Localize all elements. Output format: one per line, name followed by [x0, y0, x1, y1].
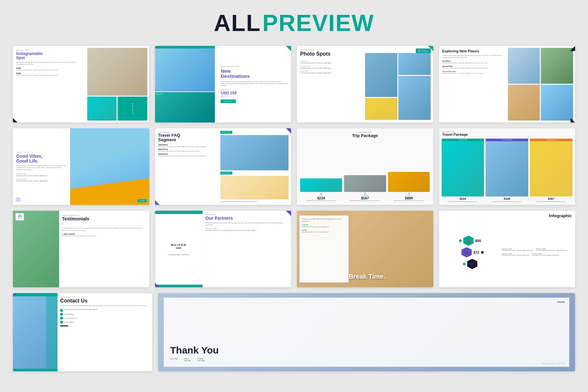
s13-addr: Berry Street Avenue No.80 New York City … [64, 309, 98, 311]
s8-pd1: Entrepreneurial activities differ substa… [442, 201, 484, 202]
dot2 [481, 251, 484, 254]
s12-sv4: Lorem ipsum dolor sit amet, consectetur … [532, 255, 559, 256]
s3-img2 [365, 98, 397, 120]
s2-btn[interactable]: LEARN MORE [221, 100, 236, 103]
corner-tr-icon [570, 46, 575, 51]
s12-sv2: Lorem ipsum dolor sit amet, consectetur … [536, 250, 568, 251]
slide-exploring[interactable]: Exploring New Places Entrepreneurial act… [439, 46, 575, 122]
s2-price: USD 159 [221, 91, 288, 95]
corner-tr-icon [286, 46, 291, 51]
dot1 [459, 239, 462, 242]
s13-img [13, 296, 58, 369]
contact-teal-top [13, 293, 58, 296]
s4-img1 [508, 48, 540, 84]
corner-tr-icon [286, 128, 291, 133]
s8-ph2: SECOND PACKAGE [486, 139, 528, 141]
s4-fd: Lorem ipsum dolor sit amet, consectetur … [442, 62, 507, 64]
corner-tr-icon [286, 211, 291, 216]
s10-p1s: GNC [171, 247, 186, 249]
hex1: 🚗 [463, 236, 474, 246]
s7-img1 [300, 178, 342, 192]
s6-badge1: QUESTION 04 [220, 131, 232, 134]
slide-grid-row4: TRAVEL AGENCY Contact Us Entrepreneurial… [13, 293, 575, 371]
slide-travel-package[interactable]: AFFORDABLE PRICE Travel Package FIRST PA… [439, 128, 575, 205]
corner-bl-icon [155, 283, 160, 287]
s8-pd2: Entrepreneurial activities differ substa… [486, 201, 528, 202]
s10-pd-val: Lorem ipsum dolor sit amet, consectetur … [205, 229, 288, 231]
s9-quote: Lorem ipsum dolor sit amet, consectetur … [62, 227, 146, 231]
s4-img4 [541, 85, 573, 121]
s2-location: MALDIVES [221, 95, 288, 97]
s3-img1 [365, 53, 397, 97]
s8-pp3: $367 [530, 196, 572, 201]
s13-phone: 1-800-000-0000 [64, 313, 73, 315]
slide-contact-us[interactable]: TRAVEL AGENCY Contact Us Entrepreneurial… [13, 293, 152, 371]
s5-title: Good Vibes, Good Life. [16, 154, 67, 164]
s14-kw2: WILD NATURE [184, 358, 191, 362]
slide-good-vibes[interactable]: Travelia TRAVEL LIFESTYLE Good Vibes, Go… [13, 128, 149, 205]
teal-bottom-bar [155, 285, 203, 287]
quote-mark-icon: " [62, 223, 146, 227]
s7-d2: A wonderful journey has taken possession… [350, 200, 380, 202]
s9-hiker-img [13, 211, 59, 287]
s6-img2 [220, 176, 289, 199]
s8-pp2: $169 [486, 196, 528, 201]
van-overlay [70, 178, 149, 205]
s12-sv1: Lorem ipsum dolor sit amet, consectetur … [502, 250, 533, 251]
bottom-bar [60, 325, 68, 326]
s4-img3 [508, 85, 540, 121]
email-icon [60, 317, 63, 320]
s5-sub2v: Lorem ipsum dolor sit amet, consectetur … [16, 180, 67, 182]
slide-grid-row3: 24 With Us WHAT THEY SAID ABOUT US Testi… [13, 211, 575, 287]
s13-desc: Entrepreneurial activities differ substa… [60, 305, 149, 307]
s13-corner [13, 293, 17, 297]
s9-author-sub: A wonderful journey has taken possession… [62, 235, 146, 237]
slide-new-destinations[interactable]: MALDIVES BEST SELECTION New Destinations… [155, 46, 291, 122]
dot3 [463, 263, 466, 265]
s14-kw1: EXPLORE [170, 358, 178, 360]
s4-desc: Entrepreneurial activities differ substa… [442, 55, 507, 58]
slide-thank-you[interactable]: Travelia Thank You EXPLORE WILD NATURE E… [158, 293, 575, 371]
slide-travel-faq[interactable]: TRAVEL SEGMENT Travel FAQ Segment QUESTI… [155, 128, 291, 205]
s1-img1 [87, 48, 147, 96]
s3-img4 [398, 76, 431, 120]
s6-img1 [220, 135, 289, 170]
s13-web: www.travella.com [64, 321, 74, 323]
slide-our-partners[interactable]: MAISON GNC LAKESIDE HOTEL TRAVEL AGENCY … [155, 211, 291, 287]
s5-tag: TRAVEL LIFESTYLE [16, 152, 67, 153]
s4-title: Exploring New Places [442, 49, 507, 53]
slide-testimonials[interactable]: 24 With Us WHAT THEY SAID ABOUT US Testi… [13, 211, 149, 287]
hex2: 💼 [461, 247, 472, 258]
slide-break-time[interactable]: Entrepreneurial activities differ substa… [297, 211, 433, 287]
web-icon [60, 321, 63, 323]
s12-p2: $72 [473, 250, 479, 254]
s6-a1: Lorem ipsum dolor sit amet, consectetur … [158, 146, 220, 148]
title-all: ALL [214, 10, 261, 36]
address-icon [60, 309, 63, 312]
s3-second-desc: Lorem ipsum dolor sit amet, consectetur … [300, 67, 362, 69]
s8-img2 [486, 141, 528, 196]
s1-img2 [87, 97, 117, 121]
s11-break: Break Time. [349, 273, 385, 280]
s10-title: Our Partners [205, 216, 288, 221]
slide-trip-package[interactable]: AFFORDABLE PRICE Trip Package 01 BASIC $… [297, 128, 433, 205]
s9-days: 24 With Us [16, 213, 24, 220]
s6-title: Travel FAQ Segment [158, 133, 220, 143]
slide-grid-row1: SELFIE AREA Instagramable Spot Entrepren… [13, 46, 575, 122]
slide-photo-spots[interactable]: SELFIE AREA Photo Spots ★ 67 Spots FIRST… [297, 46, 433, 122]
s4-img2 [541, 48, 573, 84]
s6-a2: Lorem ipsum dolor sit amet, consectetur … [158, 150, 220, 152]
s11-t1d: Lorem ipsum dolor sit amet, sit an aptri… [302, 226, 346, 228]
slide-grid-row2: Travelia TRAVEL LIFESTYLE Good Vibes, Go… [13, 128, 575, 205]
s4-sd: Lorem ipsum dolor sit amet, consectetur … [442, 67, 507, 69]
s10-p2: LAKESIDE HOTEL [168, 254, 189, 256]
teal-top-bar [155, 211, 203, 214]
slide-instagramable[interactable]: SELFIE AREA Instagramable Spot Entrepren… [13, 46, 149, 122]
title-preview: PREVIEW [262, 10, 374, 36]
page-title: ALL PREVIEW [13, 10, 575, 36]
s3-img3 [398, 53, 431, 75]
s7-img2 [344, 175, 386, 192]
s10-p1: MAISON [171, 243, 186, 247]
slide-infographic[interactable]: Infographic 🚗 $65 💼 $72 [439, 211, 575, 287]
s2-tag: BEST SELECTION [221, 66, 288, 68]
